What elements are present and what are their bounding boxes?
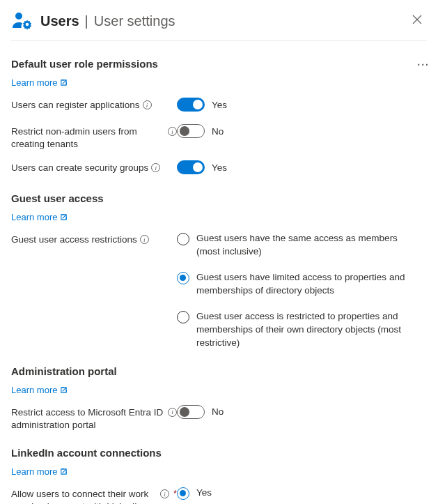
close-icon: [412, 15, 422, 24]
radio-label: Guest user access is restricted to prope…: [196, 310, 427, 350]
setting-linkedin-connect: Allow users to connect their work or sch…: [11, 487, 427, 504]
setting-restrict-tenants: Restrict non-admin users from creating t…: [11, 124, 427, 151]
section-title: LinkedIn account connections: [11, 447, 427, 459]
radio-option-limited-access[interactable]: Guest users have limited access to prope…: [177, 271, 427, 298]
info-icon[interactable]: i: [140, 235, 149, 244]
toggle-state-text: Yes: [212, 100, 227, 110]
external-link-icon: [60, 79, 68, 86]
learn-more-link[interactable]: Learn more: [11, 212, 68, 222]
info-icon[interactable]: i: [160, 489, 169, 498]
info-icon[interactable]: i: [168, 408, 177, 417]
radio-icon: [177, 487, 189, 500]
toggle-security-groups[interactable]: [177, 160, 205, 174]
section-default-user-role: ··· Default user role permissions Learn …: [11, 58, 427, 177]
section-title: Administration portal: [11, 365, 427, 377]
radio-option-yes[interactable]: Yes: [177, 487, 427, 500]
external-link-icon: [60, 386, 68, 394]
guest-access-radio-group: Guest users have the same access as memb…: [177, 232, 427, 349]
toggle-state-text: No: [212, 406, 224, 417]
radio-option-same-access[interactable]: Guest users have the same access as memb…: [177, 232, 427, 259]
section-linkedin: LinkedIn account connections Learn more …: [11, 447, 427, 504]
close-button[interactable]: [407, 10, 427, 29]
learn-more-text: Learn more: [11, 77, 57, 88]
learn-more-link[interactable]: Learn more: [11, 385, 68, 395]
toggle-restrict-tenants[interactable]: [177, 124, 205, 138]
section-title: Guest user access: [11, 192, 427, 204]
toggle-state-text: No: [212, 126, 224, 137]
learn-more-text: Learn more: [11, 212, 57, 222]
setting-label: Guest user access restrictions: [11, 234, 137, 246]
learn-more-text: Learn more: [11, 385, 57, 395]
radio-icon: [177, 272, 189, 284]
setting-label: Users can register applications: [11, 99, 140, 112]
panel-header: Users | User settings: [11, 6, 427, 41]
section-guest-access: Guest user access Learn more Guest user …: [11, 192, 427, 349]
radio-icon: [177, 311, 189, 323]
users-gear-icon: [11, 10, 33, 32]
more-actions-button[interactable]: ···: [417, 59, 430, 70]
info-icon[interactable]: i: [168, 127, 177, 136]
setting-restrict-portal: Restrict access to Microsoft Entra ID ad…: [11, 405, 427, 432]
toggle-register-apps[interactable]: [177, 98, 205, 112]
info-icon[interactable]: i: [151, 163, 160, 172]
radio-label: Yes: [196, 487, 217, 500]
svg-point-1: [26, 23, 29, 26]
section-title: Default user role permissions: [11, 58, 427, 70]
setting-label: Restrict non-admin users from creating t…: [11, 125, 165, 151]
learn-more-link[interactable]: Learn more: [11, 77, 68, 88]
linkedin-radio-group: Yes Selected group: [177, 487, 427, 504]
setting-guest-restrictions: Guest user access restrictions i Guest u…: [11, 232, 427, 349]
user-settings-panel: Users | User settings ··· Default user r…: [0, 0, 438, 504]
toggle-restrict-portal[interactable]: [177, 405, 205, 419]
title-sub: User settings: [94, 13, 175, 29]
learn-more-link[interactable]: Learn more: [11, 466, 68, 477]
title-separator: |: [85, 13, 88, 29]
external-link-icon: [60, 468, 68, 475]
section-admin-portal: Administration portal Learn more Restric…: [11, 365, 427, 432]
radio-option-restricted-access[interactable]: Guest user access is restricted to prope…: [177, 310, 427, 350]
setting-label: Restrict access to Microsoft Entra ID ad…: [11, 406, 165, 432]
setting-label: Users can create security groups: [11, 162, 148, 174]
setting-label: Allow users to connect their work or sch…: [11, 488, 157, 504]
radio-icon: [177, 233, 189, 245]
radio-label: Guest users have the same access as memb…: [196, 232, 427, 259]
panel-title: Users | User settings: [40, 13, 175, 29]
title-bold: Users: [40, 13, 79, 29]
toggle-state-text: Yes: [212, 162, 227, 173]
learn-more-text: Learn more: [11, 466, 57, 477]
setting-security-groups: Users can create security groups i Yes: [11, 160, 427, 177]
external-link-icon: [60, 213, 68, 221]
radio-label: Guest users have limited access to prope…: [196, 271, 427, 298]
info-icon[interactable]: i: [143, 100, 152, 109]
setting-register-apps: Users can register applications i Yes: [11, 98, 427, 114]
